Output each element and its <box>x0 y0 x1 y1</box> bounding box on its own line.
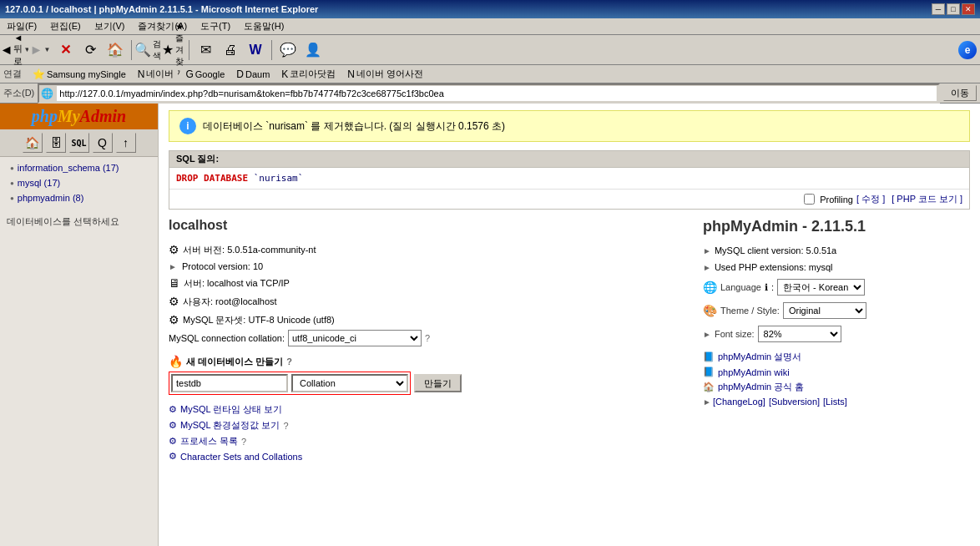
menu-file[interactable]: 파일(F) <box>3 19 40 33</box>
new-db-help-icon[interactable]: ? <box>286 356 292 367</box>
server-user-label: 사용자: root@localhost <box>183 296 277 308</box>
font-arrow-icon: ► <box>703 330 711 339</box>
server-version-icon: ⚙ <box>169 243 179 256</box>
theme-select[interactable]: Original <box>783 302 866 319</box>
docs-label: phpMyAdmin 설명서 <box>718 351 801 363</box>
collation-dropdown[interactable]: Collation <box>291 374 408 392</box>
edit-button[interactable]: W <box>244 38 267 62</box>
stop-button[interactable]: ✕ <box>53 38 77 62</box>
font-size-row: ► Font size: 82% <box>703 324 970 344</box>
messenger-button[interactable]: 👤 <box>301 38 325 62</box>
address-label: 주소(D) <box>3 87 34 99</box>
sidebar-item-information-schema[interactable]: ● information_schema (17) <box>0 160 158 175</box>
mysql-runtime-link[interactable]: ⚙ MySQL 런타임 상태 보기 <box>169 402 686 417</box>
refresh-button[interactable]: ⟳ <box>78 38 102 62</box>
discuss-button[interactable]: 💬 <box>276 38 300 62</box>
address-globe-icon: 🌐 <box>41 88 53 99</box>
samsung-link[interactable]: ⭐ Samsung mySingle <box>28 67 130 82</box>
new-db-input[interactable] <box>171 374 288 392</box>
phpmyadmin-links: 📘 phpMyAdmin 설명서 📘 phpMyAdmin wiki 🏠 php… <box>703 349 970 395</box>
two-column-layout: localhost ⚙ 서버 버전: 5.0.51a-community-nt … <box>169 218 970 463</box>
sidebar-item-mysql[interactable]: ● mysql (17) <box>0 175 158 190</box>
search-button[interactable]: 🔍 검색 <box>136 38 159 62</box>
forward-button[interactable]: ► ▼ <box>28 38 52 62</box>
profiling-checkbox[interactable] <box>804 194 815 205</box>
subversion-link[interactable]: [Subversion] <box>769 397 820 407</box>
logo-php: php <box>32 107 58 125</box>
changelog-arrow-icon: ► <box>703 397 711 407</box>
sidebar-icon-export[interactable]: ↑ <box>116 133 136 153</box>
daum-icon: D <box>236 68 244 80</box>
sidebar-item-phpmyadmin[interactable]: ● phpmyadmin (8) <box>0 190 158 205</box>
sql-box: SQL 질의: DROP DATABASE `nurisam` Profilin… <box>169 150 970 210</box>
server-row-charset: ⚙ MySQL 문자셋: UTF-8 Unicode (utf8) <box>169 311 686 328</box>
daum-link[interactable]: D Daum <box>232 67 274 82</box>
address-input[interactable] <box>57 86 937 101</box>
new-db-label: 새 데이터베이스 만들기 <box>186 356 283 368</box>
protocol-arrow-icon[interactable]: ► <box>169 262 177 271</box>
naver-dict-link[interactable]: N 네이버 영어사전 <box>343 66 427 82</box>
font-label: Font size: <box>715 329 755 339</box>
menu-help[interactable]: 도움말(H) <box>240 19 287 33</box>
process-help-icon[interactable]: ? <box>241 437 246 447</box>
server-info: ⚙ 서버 버전: 5.0.51a-community-nt ► Protocol… <box>169 241 686 328</box>
back-icon: ◄ <box>0 43 13 58</box>
pma-home-link[interactable]: 🏠 phpMyAdmin 공식 홈 <box>703 379 970 395</box>
sidebar-icon-query[interactable]: Q <box>93 133 113 153</box>
sidebar-icon-sql[interactable]: SQL <box>69 133 89 153</box>
links-label: 연결 <box>3 68 22 80</box>
language-select[interactable]: 한국어 - Korean <box>777 279 865 296</box>
process-list-link[interactable]: ⚙ 프로세스 목록 ? <box>169 433 686 449</box>
theme-row: 🎨 Theme / Style: Original <box>703 301 970 321</box>
edit-link[interactable]: [ 수정 ] <box>856 193 885 205</box>
close-button[interactable]: ✕ <box>962 3 975 15</box>
refresh-icon: ⟳ <box>85 42 96 58</box>
favorites-button[interactable]: ★ ★ 즐겨찾기 <box>161 38 184 62</box>
mail-button[interactable]: ✉ <box>194 38 217 62</box>
window-title: 127.0.0.1 / localhost | phpMyAdmin 2.11.… <box>5 4 318 14</box>
go-button[interactable]: 이동 <box>943 85 977 101</box>
samsung-icon: ⭐ <box>33 68 45 80</box>
server-host-icon: 🖥 <box>169 276 180 290</box>
google-link[interactable]: G Google <box>181 67 229 82</box>
pma-wiki-link[interactable]: 📘 phpMyAdmin wiki <box>703 365 970 379</box>
minimize-button[interactable]: ─ <box>932 3 945 15</box>
sidebar-icon-db[interactable]: 🗄 <box>46 133 66 153</box>
language-label: Language <box>720 282 761 292</box>
lists-link[interactable]: [Lists] <box>823 397 847 407</box>
charset-collations-link[interactable]: ⚙ Character Sets and Collations <box>169 449 686 463</box>
config-help-icon[interactable]: ? <box>283 421 288 431</box>
menu-edit[interactable]: 편집(E) <box>47 19 84 33</box>
changelog-link[interactable]: [ChangeLog] <box>713 397 765 407</box>
pma-home-label: phpMyAdmin 공식 홈 <box>718 381 804 393</box>
back-button[interactable]: ◄ ◄ 뒤로 ▼ <box>3 38 27 62</box>
korea-link[interactable]: K 코리아닷컴 <box>277 66 340 82</box>
collation-select[interactable]: utf8_unicode_ci <box>288 330 422 346</box>
language-help-icon[interactable]: ℹ <box>765 282 768 293</box>
theme-icon: 🎨 <box>703 304 717 317</box>
font-size-select[interactable]: 82% <box>758 326 841 342</box>
ie-logo-placeholder: e <box>958 41 977 59</box>
print-button[interactable]: 🖨 <box>219 38 242 62</box>
server-host-label: 서버: localhost via TCP/IP <box>184 277 290 290</box>
new-db-section: 🔥 새 데이터베이스 만들기 ? Collation 만들기 <box>169 355 686 395</box>
menu-tools[interactable]: 도구(T) <box>197 19 234 33</box>
process-icon: ⚙ <box>169 436 177 447</box>
language-colon: : <box>771 282 774 292</box>
naver-dict-label: 네이버 영어사전 <box>356 68 423 80</box>
collation-help-icon[interactable]: ? <box>425 333 430 343</box>
config-label: MySQL 환경설정값 보기 <box>180 419 280 432</box>
home-button[interactable]: 🏠 <box>104 38 127 62</box>
menu-view[interactable]: 보기(V) <box>91 19 129 33</box>
create-db-button[interactable]: 만들기 <box>414 374 462 392</box>
mysql-config-link[interactable]: ⚙ MySQL 환경설정값 보기 ? <box>169 417 686 433</box>
toolbar: ◄ ◄ 뒤로 ▼ ► ▼ ✕ ⟳ 🏠 🔍 검색 ★ ★ 즐겨찾기 ✉ 🖨 W 💬… <box>0 35 980 65</box>
sidebar: phpMyAdmin 🏠 🗄 SQL Q ↑ ● information_sch… <box>0 104 159 546</box>
naver-link[interactable]: N 네이버 <box>134 66 179 82</box>
wiki-icon: 📘 <box>703 367 715 377</box>
sidebar-icon-home[interactable]: 🏠 <box>23 133 43 153</box>
maximize-button[interactable]: □ <box>947 3 960 15</box>
pma-docs-link[interactable]: 📘 phpMyAdmin 설명서 <box>703 349 970 365</box>
php-code-link[interactable]: [ PHP 코드 보기 ] <box>892 193 962 205</box>
new-db-input-box: Collation <box>169 372 411 395</box>
